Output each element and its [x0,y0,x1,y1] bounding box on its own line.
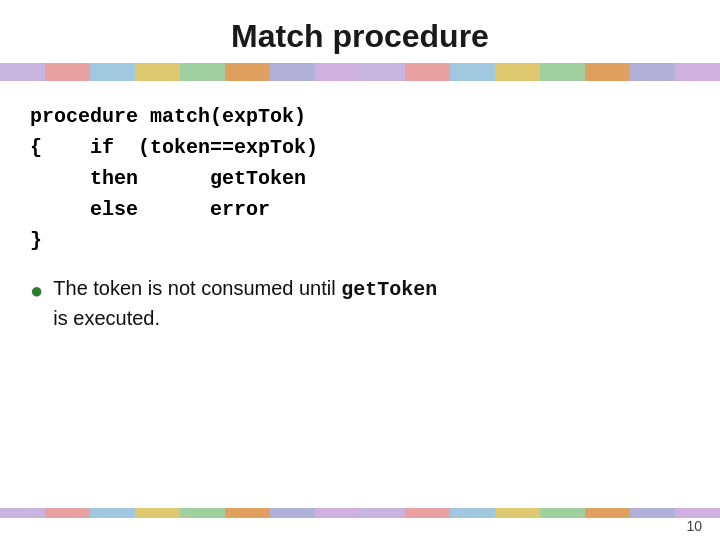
bottom-seg-12 [495,508,540,518]
code-line-1: procedure match(expTok) [30,101,690,132]
top-color-bar [0,63,720,81]
bullet-icon: ● [30,275,43,307]
bar-seg-2 [45,63,90,81]
bottom-seg-8 [315,508,360,518]
bottom-seg-15 [630,508,675,518]
bar-seg-6 [225,63,270,81]
bullet-text-line2: is executed. [53,307,160,329]
inline-code-gettoken: getToken [341,278,437,301]
title-area: Match procedure [0,0,720,63]
bar-seg-16 [675,63,720,81]
bar-seg-14 [585,63,630,81]
bar-seg-10 [405,63,450,81]
bottom-seg-3 [90,508,135,518]
bottom-seg-7 [270,508,315,518]
bottom-seg-9 [360,508,405,518]
bottom-seg-1 [0,508,45,518]
bar-seg-11 [450,63,495,81]
slide-title: Match procedure [231,18,489,54]
code-line-2: { if (token==expTok) [30,132,690,163]
bottom-seg-5 [180,508,225,518]
bar-seg-12 [495,63,540,81]
bar-seg-13 [540,63,585,81]
bar-seg-4 [135,63,180,81]
bar-seg-3 [90,63,135,81]
bottom-seg-6 [225,508,270,518]
code-block: procedure match(expTok) { if (token==exp… [30,101,690,256]
slide: Match procedure procedure match(expTok) … [0,0,720,540]
bullet-item: ● The token is not consumed until getTok… [30,274,690,333]
bar-seg-1 [0,63,45,81]
bar-seg-15 [630,63,675,81]
bottom-color-bar [0,508,720,518]
bottom-seg-16 [675,508,720,518]
code-line-4: else error [30,194,690,225]
bar-seg-9 [360,63,405,81]
bottom-seg-2 [45,508,90,518]
bottom-seg-13 [540,508,585,518]
code-line-5: } [30,225,690,256]
bottom-seg-14 [585,508,630,518]
bottom-seg-11 [450,508,495,518]
code-line-3: then getToken [30,163,690,194]
content-area: procedure match(expTok) { if (token==exp… [0,83,720,333]
bottom-seg-4 [135,508,180,518]
bar-seg-8 [315,63,360,81]
bar-seg-7 [270,63,315,81]
page-number: 10 [686,518,702,534]
bottom-seg-10 [405,508,450,518]
bar-seg-5 [180,63,225,81]
bullet-text: The token is not consumed until getToken… [53,274,437,333]
